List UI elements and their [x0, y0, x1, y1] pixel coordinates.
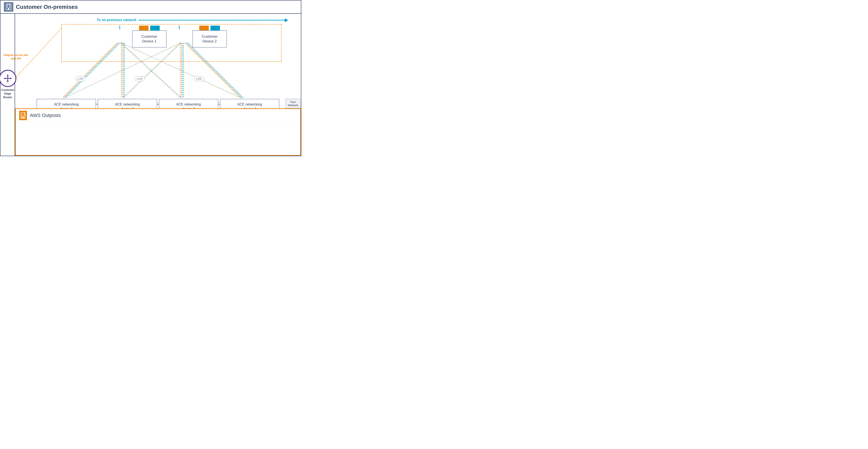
svg-line-31 [120, 43, 180, 98]
edge-router-container: CustomerEdge Router [0, 70, 15, 99]
svg-line-17 [64, 43, 119, 98]
onprem-label: To on-premises network [97, 18, 136, 22]
port-blue-2 [211, 26, 220, 30]
svg-line-32 [121, 43, 181, 98]
svg-line-29 [187, 43, 243, 98]
svg-line-35 [120, 43, 240, 98]
outposts-icon [19, 111, 27, 120]
outpost-service-link-label: Outpost service link port 443 [3, 54, 29, 60]
device-box-1: CustomerDevice 1 [132, 30, 166, 48]
your-network-label: YourNetwork [285, 99, 301, 108]
svg-rect-1 [7, 5, 8, 6]
onprem-arrow: To on-premises network [97, 18, 288, 22]
svg-line-18 [65, 43, 120, 98]
svg-line-38 [64, 43, 181, 98]
outposts-title: AWS Outposts [30, 113, 61, 118]
svg-rect-5 [8, 8, 9, 10]
svg-point-45 [24, 113, 25, 114]
content-area: To on-premises network CustomerDevice 1 [15, 14, 301, 156]
outposts-section: AWS Outposts [15, 108, 301, 156]
svg-line-30 [188, 43, 244, 98]
svg-line-33 [122, 43, 180, 98]
left-sidebar: Outpost service link port 443 [0, 14, 15, 156]
svg-line-28 [186, 43, 242, 98]
port-orange-1 [139, 26, 149, 30]
svg-rect-47 [22, 117, 25, 118]
device-2-ports [199, 26, 220, 30]
edge-router-label: CustomerEdge Router [0, 88, 15, 99]
svg-line-36 [121, 43, 242, 98]
svg-line-37 [63, 43, 180, 98]
device-box-2: CustomerDevice 2 [192, 30, 227, 48]
svg-rect-3 [7, 7, 8, 7]
svg-line-15 [62, 43, 117, 98]
svg-rect-4 [9, 7, 10, 7]
svg-marker-10 [7, 74, 9, 76]
page-title: Customer On-premises [16, 4, 78, 10]
customer-device-2: CustomerDevice 2 [192, 26, 227, 48]
svg-marker-13 [10, 78, 11, 79]
port-orange-2 [199, 26, 209, 30]
lag-label-1: LAG [75, 76, 86, 81]
onprem-arrow-line [138, 20, 288, 21]
outposts-content [16, 122, 300, 155]
lag-label-3: LAG [194, 76, 204, 81]
port-blue-1 [150, 26, 160, 30]
devices-row: CustomerDevice 1 CustomerDevice 2 [80, 26, 279, 48]
router-circle [0, 70, 17, 87]
outposts-header: AWS Outposts [16, 109, 300, 122]
building-icon [4, 2, 13, 11]
header-bar: Customer On-premises [0, 0, 301, 14]
svg-line-16 [63, 43, 118, 98]
svg-marker-11 [7, 81, 9, 82]
svg-line-27 [185, 43, 240, 98]
svg-line-34 [123, 43, 181, 98]
lag-label-2: LAG [134, 76, 145, 81]
svg-point-46 [24, 115, 25, 115]
customer-device-1: CustomerDevice 1 [132, 26, 166, 48]
device-1-ports [139, 26, 160, 30]
svg-rect-2 [9, 5, 10, 6]
main-container: Customer On-premises Outpost service lin… [0, 0, 301, 156]
svg-marker-12 [4, 78, 6, 79]
